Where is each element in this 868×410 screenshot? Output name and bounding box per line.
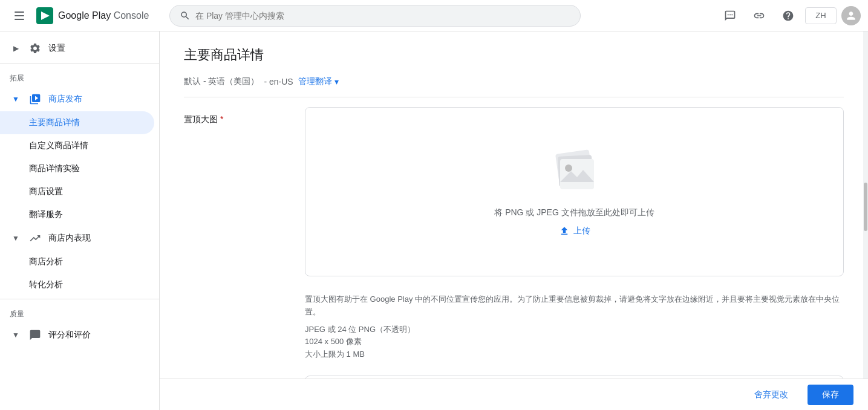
- sidebar: ▶ 设置 拓展 ▼ 商店发布 主要商品详情 自定义商品详情 商品详情实验: [0, 31, 160, 410]
- quality-section-header: 质量: [0, 302, 159, 323]
- manage-translation-link[interactable]: 管理翻译 ▾: [298, 76, 339, 87]
- store-performance-label: 商店内表现: [48, 233, 91, 244]
- sidebar-item-custom-product-detail[interactable]: 自定义商品详情: [0, 134, 154, 157]
- upload-button[interactable]: 上传: [559, 226, 590, 236]
- sidebar-item-store-settings[interactable]: 商店设置: [0, 180, 154, 203]
- translation-service-label: 翻译服务: [29, 209, 63, 220]
- upload-area[interactable]: 将 PNG 或 JPEG 文件拖放至此处即可上传 上传: [305, 107, 844, 276]
- lang-label: ZH: [815, 11, 826, 20]
- main-layout: ▶ 设置 拓展 ▼ 商店发布 主要商品详情 自定义商品详情 商品详情实验: [0, 31, 868, 410]
- divider2: [0, 299, 159, 299]
- search-icon: [180, 10, 191, 21]
- store-analytics-label: 商店分析: [29, 256, 63, 267]
- upload-icon: [559, 226, 570, 236]
- sidebar-item-store-publish[interactable]: ▼ 商店发布: [0, 87, 154, 111]
- sidebar-item-store-analytics[interactable]: 商店分析: [0, 250, 154, 273]
- store-publish-icon: [29, 93, 41, 105]
- chevron-down-icon3: ▼: [10, 329, 22, 341]
- sidebar-item-ratings[interactable]: ▼ 评分和评价: [0, 323, 154, 347]
- settings-icon: [29, 42, 41, 54]
- custom-product-detail-label: 自定义商品详情: [29, 140, 88, 151]
- brand-name: Google Play Console: [58, 10, 149, 21]
- link-button[interactable]: [747, 4, 771, 28]
- manage-translation-label: 管理翻译: [298, 76, 332, 87]
- avatar[interactable]: [841, 6, 861, 25]
- required-mark: *: [220, 114, 223, 124]
- topbar: Google Play Console ZH: [0, 0, 868, 31]
- sidebar-item-settings[interactable]: ▶ 设置: [0, 36, 154, 60]
- page-title: 主要商品详情: [184, 46, 844, 64]
- main-product-detail-label: 主要商品详情: [29, 117, 80, 128]
- language-button[interactable]: ZH: [805, 7, 837, 24]
- upload-hint: 置顶大图有助于在 Google Play 中的不同位置宣传您的应用。为了防止重要…: [305, 293, 844, 361]
- play-console-logo: [36, 7, 53, 24]
- link-icon: [753, 10, 765, 22]
- chevron-down-icon2: ▼: [10, 232, 22, 244]
- lang-code: - en-US: [264, 77, 293, 86]
- sidebar-item-store-performance[interactable]: ▼ 商店内表现: [0, 226, 154, 250]
- svg-rect-4: [560, 159, 594, 189]
- scrollbar-thumb[interactable]: [864, 183, 867, 231]
- conversion-analytics-label: 转化分析: [29, 279, 63, 290]
- expand-section-header: 拓展: [0, 66, 159, 87]
- upload-placeholder-icon: [550, 147, 599, 195]
- save-button[interactable]: 保存: [808, 385, 853, 405]
- content-area: 主要商品详情 默认 - 英语（美国） - en-US 管理翻译 ▾ 置顶大图 *: [160, 31, 868, 410]
- product-experiment-label: 商品详情实验: [29, 163, 80, 174]
- bottom-bar: 舍弃更改 保存: [160, 379, 868, 410]
- store-settings-label: 商店设置: [29, 186, 63, 197]
- divider1: [0, 63, 159, 63]
- feedback-button[interactable]: [718, 4, 742, 28]
- avatar-icon: [845, 10, 857, 22]
- scrollbar-track: [863, 31, 868, 410]
- hamburger-icon: [12, 8, 27, 23]
- discard-button[interactable]: 舍弃更改: [742, 385, 800, 405]
- upload-drag-text: 将 PNG 或 JPEG 文件拖放至此处即可上传: [494, 207, 654, 218]
- feedback-icon: [724, 10, 736, 22]
- ratings-label: 评分和评价: [48, 330, 91, 340]
- upload-btn-label: 上传: [573, 226, 590, 236]
- feature-graphic-section: 置顶大图 * 将 PNG 或 JPEG 文件拖放至此处即可上传: [184, 107, 844, 361]
- sidebar-item-main-product-detail[interactable]: 主要商品详情: [0, 111, 154, 134]
- topbar-actions: ZH: [718, 4, 861, 28]
- help-icon: [782, 10, 794, 22]
- chevron-down-icon: ▼: [10, 93, 22, 105]
- content-inner: 主要商品详情 默认 - 英语（美国） - en-US 管理翻译 ▾ 置顶大图 *: [160, 31, 868, 410]
- ratings-icon: [29, 329, 41, 341]
- feature-graphic-label: 置顶大图 *: [184, 107, 281, 361]
- chevron-right-icon: ▶: [10, 42, 22, 54]
- language-row: 默认 - 英语（美国） - en-US 管理翻译 ▾: [184, 76, 844, 97]
- hamburger-button[interactable]: [7, 4, 31, 28]
- svg-point-5: [565, 164, 572, 172]
- sidebar-item-conversion-analytics[interactable]: 转化分析: [0, 273, 154, 296]
- search-input[interactable]: [195, 11, 570, 21]
- sidebar-item-translation-service[interactable]: 翻译服务: [0, 203, 154, 226]
- search-bar[interactable]: [169, 5, 581, 27]
- help-button[interactable]: [776, 4, 800, 28]
- topbar-left: Google Play Console: [7, 4, 165, 28]
- lang-default: 默认 - 英语（美国）: [184, 76, 259, 87]
- store-publish-label: 商店发布: [48, 94, 82, 105]
- trend-icon: [29, 232, 41, 244]
- dropdown-icon: ▾: [334, 77, 339, 86]
- settings-label: 设置: [48, 43, 65, 54]
- sidebar-item-product-experiment[interactable]: 商品详情实验: [0, 157, 154, 180]
